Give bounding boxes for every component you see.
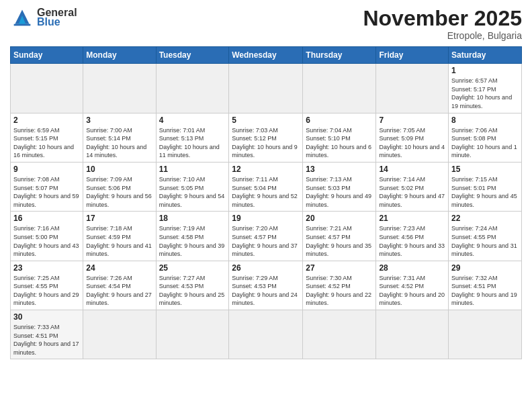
day-7: 7 Sunrise: 7:05 AMSunset: 5:09 PMDayligh… [376,113,449,162]
day-empty-4 [229,64,303,113]
day-17: 17 Sunrise: 7:18 AMSunset: 4:59 PMDaylig… [83,212,156,261]
day-empty-10 [303,310,376,359]
day-info-1: Sunrise: 6:57 AM Sunset: 5:17 PM Dayligh… [451,77,519,110]
day-12: 12 Sunrise: 7:11 AMSunset: 5:04 PMDaylig… [229,162,303,211]
day-empty-8 [156,310,229,359]
week-row-5: 23 Sunrise: 7:25 AMSunset: 4:55 PMDaylig… [11,261,522,310]
day-empty-1 [11,64,83,113]
header-monday: Monday [83,47,156,64]
day-22: 22 Sunrise: 7:24 AMSunset: 4:55 PMDaylig… [449,212,522,261]
day-18: 18 Sunrise: 7:19 AMSunset: 4:58 PMDaylig… [156,212,229,261]
header-tuesday: Tuesday [156,47,229,64]
day-empty-5 [303,64,376,113]
day-1: 1 Sunrise: 6:57 AM Sunset: 5:17 PM Dayli… [449,64,522,113]
day-13: 13 Sunrise: 7:13 AMSunset: 5:03 PMDaylig… [303,162,376,211]
day-3: 3 Sunrise: 7:00 AMSunset: 5:14 PMDayligh… [83,113,156,162]
logo-text: General Blue [37,7,77,28]
day-24: 24 Sunrise: 7:26 AMSunset: 4:54 PMDaylig… [83,261,156,310]
day-empty-7 [83,310,156,359]
week-row-2: 2 Sunrise: 6:59 AMSunset: 5:15 PMDayligh… [11,113,522,162]
svg-rect-2 [14,24,31,26]
day-28: 28 Sunrise: 7:31 AMSunset: 4:52 PMDaylig… [376,261,449,310]
day-29: 29 Sunrise: 7:32 AMSunset: 4:51 PMDaylig… [449,261,522,310]
day-5: 5 Sunrise: 7:03 AMSunset: 5:12 PMDayligh… [229,113,303,162]
weekday-header-row: Sunday Monday Tuesday Wednesday Thursday… [11,47,522,64]
calendar: Sunday Monday Tuesday Wednesday Thursday… [10,46,522,359]
day-8: 8 Sunrise: 7:06 AMSunset: 5:08 PMDayligh… [449,113,522,162]
day-empty-6 [376,64,449,113]
day-15: 15 Sunrise: 7:15 AMSunset: 5:01 PMDaylig… [449,162,522,211]
header-thursday: Thursday [303,47,376,64]
day-19: 19 Sunrise: 7:20 AMSunset: 4:57 PMDaylig… [229,212,303,261]
day-23: 23 Sunrise: 7:25 AMSunset: 4:55 PMDaylig… [11,261,83,310]
week-row-4: 16 Sunrise: 7:16 AMSunset: 5:00 PMDaylig… [11,212,522,261]
header-sunday: Sunday [11,47,83,64]
location: Etropole, Bulgaria [363,30,522,41]
day-21: 21 Sunrise: 7:23 AMSunset: 4:56 PMDaylig… [376,212,449,261]
day-16: 16 Sunrise: 7:16 AMSunset: 5:00 PMDaylig… [11,212,83,261]
day-4: 4 Sunrise: 7:01 AMSunset: 5:13 PMDayligh… [156,113,229,162]
header-wednesday: Wednesday [229,47,303,64]
week-row-1: 1 Sunrise: 6:57 AM Sunset: 5:17 PM Dayli… [11,64,522,113]
month-title: November 2025 [363,7,522,30]
day-empty-9 [229,310,303,359]
general-blue-icon [10,7,34,28]
day-20: 20 Sunrise: 7:21 AMSunset: 4:57 PMDaylig… [303,212,376,261]
day-empty-12 [449,310,522,359]
day-25: 25 Sunrise: 7:27 AMSunset: 4:53 PMDaylig… [156,261,229,310]
day-11: 11 Sunrise: 7:10 AMSunset: 5:05 PMDaylig… [156,162,229,211]
day-10: 10 Sunrise: 7:09 AMSunset: 5:06 PMDaylig… [83,162,156,211]
title-area: November 2025 Etropole, Bulgaria [363,7,522,41]
day-2: 2 Sunrise: 6:59 AMSunset: 5:15 PMDayligh… [11,113,83,162]
day-number-1: 1 [451,66,519,75]
day-30: 30 Sunrise: 7:33 AMSunset: 4:51 PMDaylig… [11,310,83,359]
day-27: 27 Sunrise: 7:30 AMSunset: 4:52 PMDaylig… [303,261,376,310]
day-14: 14 Sunrise: 7:14 AMSunset: 5:02 PMDaylig… [376,162,449,211]
header-saturday: Saturday [449,47,522,64]
day-26: 26 Sunrise: 7:29 AMSunset: 4:53 PMDaylig… [229,261,303,310]
logo: General Blue [10,7,77,28]
day-9: 9 Sunrise: 7:08 AMSunset: 5:07 PMDayligh… [11,162,83,211]
day-6: 6 Sunrise: 7:04 AMSunset: 5:10 PMDayligh… [303,113,376,162]
week-row-3: 9 Sunrise: 7:08 AMSunset: 5:07 PMDayligh… [11,162,522,211]
day-empty-3 [156,64,229,113]
page: General Blue November 2025 Etropole, Bul… [0,0,532,366]
header-friday: Friday [376,47,449,64]
day-empty-11 [376,310,449,359]
header: General Blue November 2025 Etropole, Bul… [10,7,522,41]
week-row-6: 30 Sunrise: 7:33 AMSunset: 4:51 PMDaylig… [11,310,522,359]
day-empty-2 [83,64,156,113]
